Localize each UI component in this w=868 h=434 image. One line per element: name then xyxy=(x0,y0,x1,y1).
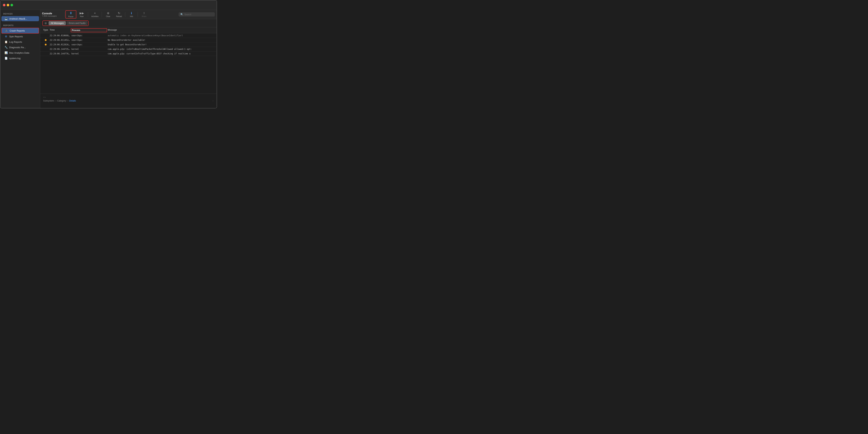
row-process: searchpa: xyxy=(71,34,107,37)
sidebar-item-crash-reports[interactable]: ⚠ Crash Reports xyxy=(1,28,39,34)
now-button[interactable]: ▶▶ Now xyxy=(76,10,87,18)
row-type xyxy=(42,43,49,46)
info-button[interactable]: ℹ Info xyxy=(126,10,137,18)
row-process: searchpa: xyxy=(71,38,107,42)
layout-toggle-icon[interactable]: ⊞ xyxy=(43,21,48,25)
sidebar-item-mac-analytics[interactable]: 📊 Mac Analytics Data xyxy=(1,50,39,55)
row-message: automatic index on KeyGenerationBeaconKe… xyxy=(107,34,214,37)
message-header: Message xyxy=(107,28,214,32)
info-label: Info xyxy=(130,16,133,18)
table-header: Type Time Process Message xyxy=(40,27,217,33)
traffic-lights xyxy=(3,4,13,6)
pause-icon: ⏸ xyxy=(69,11,72,15)
row-process: kernel xyxy=(71,52,107,55)
row-message: Unable to get BeaconStoreActor! xyxy=(107,43,214,46)
wrench-icon: 🔧 xyxy=(4,46,8,49)
errors-faults-filter[interactable]: Errors and Faults xyxy=(66,21,88,25)
clear-label: Clear xyxy=(106,16,111,18)
row-message: com.apple.p2p: currentInfraTrafficType:8… xyxy=(107,52,214,55)
sidebar: Devices 💻 Andrea's MacB... Reports ⚠ Cra… xyxy=(0,10,40,108)
search-icon: 🔍 xyxy=(180,13,183,16)
device-name: Andrea's MacB... xyxy=(9,18,27,20)
content-area: Console 7,958 messages ⏸ Pause ▶▶ Now ⌖ … xyxy=(40,10,217,108)
log-reports-label: Log Reports xyxy=(9,41,22,43)
detail-panel: -- Subsystem: -- Category: -- Details -- xyxy=(40,94,217,108)
reports-section-label: Reports xyxy=(0,24,40,28)
title-bar xyxy=(0,0,217,10)
maximize-button[interactable] xyxy=(10,4,13,6)
all-messages-filter[interactable]: All Messages xyxy=(49,21,66,25)
chart-icon: 📊 xyxy=(4,51,8,54)
search-box[interactable]: 🔍 xyxy=(179,12,215,17)
sidebar-item-spin-reports[interactable]: ⚙ Spin Reports xyxy=(1,34,39,39)
close-button[interactable] xyxy=(3,4,5,6)
row-time: 22:29:06.144776-0700 xyxy=(49,52,71,55)
row-type xyxy=(42,53,49,54)
category-value: -- xyxy=(67,99,69,102)
crash-reports-label: Crash Reports xyxy=(10,29,25,32)
pause-button[interactable]: ⏸ Pause xyxy=(65,10,76,19)
detail-meta: Subsystem: -- Category: -- Details -- xyxy=(43,99,214,102)
reload-icon: ↻ xyxy=(118,11,120,15)
sidebar-item-system-log[interactable]: 📄 system.log xyxy=(1,56,39,61)
diagnostic-label: Diagnostic Re... xyxy=(9,46,26,49)
row-type xyxy=(42,39,49,41)
detail-line-1: -- xyxy=(43,96,214,98)
time-header: Time xyxy=(49,28,71,32)
clear-button[interactable]: ⊗ Clear xyxy=(103,10,114,18)
main-layout: Devices 💻 Andrea's MacB... Reports ⚠ Cra… xyxy=(0,10,217,108)
table-row[interactable]: 22:29:06.010668-0700 searchpa: automatic… xyxy=(40,33,217,38)
toolbar-separator-4 xyxy=(125,12,125,17)
row-message: No BeaconStoreActor available! xyxy=(107,38,214,42)
share-label: Share xyxy=(142,16,147,18)
row-time: 22:29:06.010668-0700 xyxy=(49,34,71,37)
pause-label: Pause xyxy=(68,16,73,18)
console-subtitle: 7,958 messages xyxy=(42,15,60,17)
row-process: searchpa: xyxy=(71,43,107,46)
row-process: kernel xyxy=(71,48,107,51)
laptop-icon: 💻 xyxy=(4,17,8,20)
console-title-area: Console 7,958 messages xyxy=(42,12,64,17)
search-input[interactable] xyxy=(184,13,210,16)
row-time: 22:29:06.011452-0700 xyxy=(49,38,71,42)
process-header: Process xyxy=(71,28,107,32)
filter-bar-wrapper: ⊞ All Messages Errors and Faults xyxy=(42,21,89,26)
info-icon: ℹ xyxy=(131,11,132,15)
row-type xyxy=(42,49,49,50)
table-row[interactable]: 22:29:06.144735-0700 kernel com.apple.p2… xyxy=(40,47,217,52)
file-icon: 📄 xyxy=(4,57,8,60)
sidebar-item-device[interactable]: 💻 Andrea's MacB... xyxy=(1,16,39,21)
activities-button[interactable]: ⌖ Activities xyxy=(89,11,101,18)
console-title: Console xyxy=(42,12,60,15)
row-message: com.apple.p2p: isInfraRealtimePacketThre… xyxy=(107,48,214,51)
table-body: 22:29:06.010668-0700 searchpa: automatic… xyxy=(40,33,217,94)
subsystem-label: Subsystem: xyxy=(43,99,55,102)
log-table: Type Time Process Message 22:29:06.01066… xyxy=(40,27,217,94)
detail-trailing: -- xyxy=(212,99,214,102)
subsystem-value: -- xyxy=(55,99,57,102)
clear-icon: ⊗ xyxy=(107,11,109,15)
table-row[interactable]: 22:29:06.011452-0700 searchpa: No Beacon… xyxy=(40,38,217,42)
type-header: Type xyxy=(42,28,49,32)
toolbar: Console 7,958 messages ⏸ Pause ▶▶ Now ⌖ … xyxy=(40,10,217,19)
warning-icon: ⚠ xyxy=(5,29,8,32)
category-label: Category: xyxy=(57,99,67,102)
details-link[interactable]: Details xyxy=(69,99,76,102)
filter-bar: ⊞ All Messages Errors and Faults xyxy=(40,19,217,27)
mac-analytics-label: Mac Analytics Data xyxy=(9,52,29,54)
gear-icon: ⚙ xyxy=(4,35,8,38)
share-button[interactable]: ⬆ Share xyxy=(138,10,149,18)
row-type xyxy=(42,35,49,36)
sidebar-item-log-reports[interactable]: 📋 Log Reports xyxy=(1,39,39,44)
reload-button[interactable]: ↻ Reload xyxy=(114,10,124,18)
now-icon: ▶▶ xyxy=(80,11,84,15)
table-row[interactable]: 22:29:06.144776-0700 kernel com.apple.p2… xyxy=(40,52,217,56)
spin-reports-label: Spin Reports xyxy=(9,35,23,38)
row-time: 22:29:06.012816-0700 xyxy=(49,43,71,46)
warning-dot xyxy=(45,39,46,41)
toolbar-separator-5 xyxy=(137,12,138,17)
sidebar-item-diagnostic[interactable]: 🔧 Diagnostic Re... xyxy=(1,45,39,50)
now-label: Now xyxy=(80,16,84,18)
table-row[interactable]: 22:29:06.012816-0700 searchpa: Unable to… xyxy=(40,42,217,47)
minimize-button[interactable] xyxy=(7,4,9,6)
